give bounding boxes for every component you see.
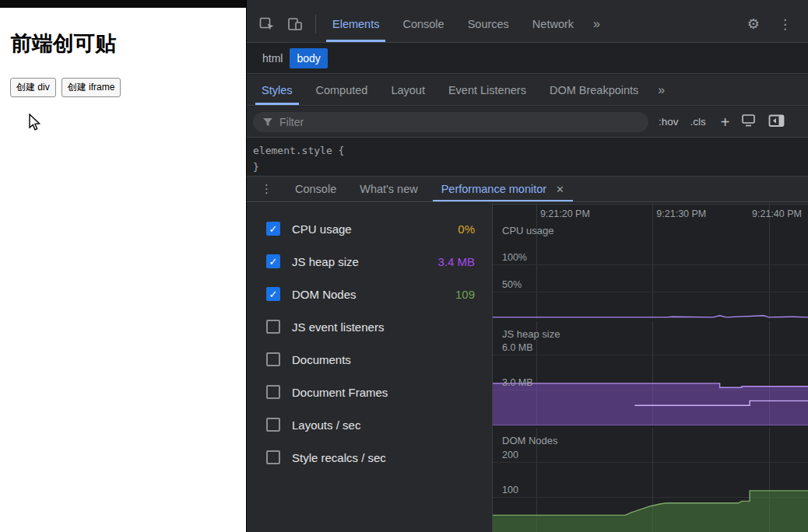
styles-tab-event-listeners-label: Event Listeners [448,84,526,96]
close-performance-monitor-icon[interactable]: ✕ [556,184,564,195]
styles-tab-dom-breakpoints-label: DOM Breakpoints [550,84,638,96]
tab-sources[interactable]: Sources [456,6,521,42]
drawer-tab-console[interactable]: Console [283,177,348,201]
drawer-tab-performance-monitor-label: Performance monitor [441,183,546,195]
metric-checkbox-documents[interactable] [266,352,280,366]
metric-value-dom-nodes: 109 [455,288,475,301]
metric-label: Documents [292,353,351,366]
metric-row-documents: Documents [247,343,492,376]
metric-value-js-heap-size: 3.4 MB [437,255,475,268]
more-styles-tabs-icon[interactable]: » [650,83,673,97]
computed-sidebar-toggle-icon[interactable] [768,114,785,130]
devtools-panel: ElementsConsoleSourcesNetwork » ⚙ ⋮ html… [246,0,808,532]
metric-row-cpu-usage: ✓CPU usage0% [247,212,492,245]
element-style-rule: element.style { } [247,138,808,176]
js-heap-chart-section: 6.0 MB3.0 MBJS heap size [493,321,808,425]
dom-nodes-tick-200: 200 [502,450,518,460]
create-iframe-button[interactable]: 创建 iframe [61,78,121,97]
styles-tab-styles-label: Styles [262,84,293,96]
metric-checkbox-dom-nodes[interactable]: ✓ [266,287,280,301]
metric-row-document-frames: Document Frames [247,376,492,408]
metric-checkbox-document-frames[interactable] [266,385,280,399]
metric-checkbox-style-recalcs-sec[interactable] [266,450,280,464]
metric-row-style-recalcs-sec: Style recalcs / sec [247,441,492,474]
crumb-html[interactable]: html [255,48,290,68]
new-style-rule-button[interactable]: + [721,114,730,130]
metric-row-layouts-sec: Layouts / sec [247,408,492,441]
element-classes-toggle[interactable]: .cls [690,116,706,128]
metric-label: JS event listeners [292,320,384,334]
timestamp-label: 9:21:40 PM [752,208,802,219]
drawer-tab-what-s-new-label: What's new [360,183,418,195]
pseudo-state-toggle[interactable]: :hov [659,116,679,128]
tab-elements[interactable]: Elements [321,6,391,42]
styles-tab-event-listeners[interactable]: Event Listeners [437,75,538,105]
styles-tab-styles[interactable]: Styles [250,75,304,105]
cpu-usage-chart-section: 100%50%CPU usage9:21:20 PM9:21:30 PM9:21… [493,204,808,319]
metric-label: Document Frames [292,386,388,399]
toolbar-separator [315,15,316,33]
cpu-usage-tick-100: 100% [502,252,527,263]
create-div-button[interactable]: 创建 div [10,78,56,97]
main-tab-list: ElementsConsoleSourcesNetwork [321,6,585,42]
more-tabs-icon[interactable]: » [585,17,608,31]
filter-funnel-icon [262,117,273,127]
inspect-element-icon[interactable] [259,16,275,32]
drawer-tab-what-s-new[interactable]: What's new [348,177,430,201]
metric-row-js-heap-size: ✓JS heap size3.4 MB [247,245,492,278]
dom-nodes-tick-100: 100 [502,485,518,495]
metric-row-js-event-listeners: JS event listeners [247,310,492,343]
styles-filter-bar: :hov .cls + [247,107,808,138]
js-heap-size-title: JS heap size [502,328,560,340]
metric-checkbox-cpu-usage[interactable]: ✓ [266,222,280,236]
browser-page: 前端创可贴 创建 div 创建 iframe [0,0,246,532]
styles-tab-computed[interactable]: Computed [304,75,380,105]
tab-elements-label: Elements [332,18,379,30]
dom-nodes-title: DOM Nodes [502,435,558,446]
metric-label: CPU usage [292,222,352,236]
tab-network[interactable]: Network [521,6,585,42]
dom-nodes-chart-section: 200100DOM Nodes [493,428,808,532]
metric-checkbox-js-heap-size[interactable]: ✓ [266,254,280,268]
settings-gear-icon[interactable]: ⚙ [747,16,760,33]
style-filter-input[interactable] [279,116,639,128]
styles-tab-dom-breakpoints[interactable]: DOM Breakpoints [538,75,650,105]
element-style-open[interactable]: element.style { [253,142,808,159]
crumb-body[interactable]: body [290,48,327,68]
kebab-menu-icon[interactable]: ⋮ [778,16,792,33]
metric-value-cpu-usage: 0% [458,222,475,236]
js-heap-size-tick-3-0-mb: 3.0 MB [502,377,533,388]
perf-charts: 100%50%CPU usage9:21:20 PM9:21:30 PM9:21… [493,203,808,532]
drawer-kebab-icon[interactable]: ⋮ [247,182,283,196]
dom-breadcrumb: htmlbody [247,44,808,74]
metric-label: JS heap size [292,255,359,268]
styles-pane-tabbar: StylesComputedLayoutEvent ListenersDOM B… [247,75,808,106]
performance-monitor-panel: ✓CPU usage0%✓JS heap size3.4 MB✓DOM Node… [247,203,808,532]
cpu-usage-chart [493,205,808,319]
devtools-main-toolbar: ElementsConsoleSourcesNetwork » ⚙ ⋮ [247,0,808,43]
rendering-emulations-icon[interactable] [741,114,757,130]
timestamp-label: 9:21:20 PM [540,208,590,219]
timestamp-label: 9:21:30 PM [656,208,706,219]
metric-label: Layouts / sec [292,418,360,432]
metric-checkbox-js-event-listeners[interactable] [266,320,280,334]
device-toolbar-icon[interactable] [287,16,303,32]
metric-label: Style recalcs / sec [292,451,386,464]
styles-tab-computed-label: Computed [316,84,368,96]
metric-checkbox-layouts-sec[interactable] [266,418,280,432]
top-black-strip [0,0,246,8]
tab-sources-label: Sources [468,18,509,30]
filter-bar-toggles: :hov .cls + [659,114,785,130]
drawer-tab-list: ConsoleWhat's newPerformance monitor✕ [283,177,576,201]
tab-console[interactable]: Console [391,6,455,42]
cpu-usage-tick-50: 50% [502,279,522,290]
page-buttons: 创建 div 创建 iframe [10,78,121,97]
style-filter-box [253,112,648,132]
styles-tab-layout-label: Layout [391,84,425,96]
page-title: 前端创可贴 [11,30,116,58]
drawer-tab-performance-monitor[interactable]: Performance monitor✕ [430,177,576,201]
drawer-tabbar: ⋮ ConsoleWhat's newPerformance monitor✕ [247,176,808,202]
cpu-usage-title: CPU usage [502,225,553,236]
screen: 前端创可贴 创建 div 创建 iframe [0,0,808,532]
styles-tab-layout[interactable]: Layout [379,75,437,105]
